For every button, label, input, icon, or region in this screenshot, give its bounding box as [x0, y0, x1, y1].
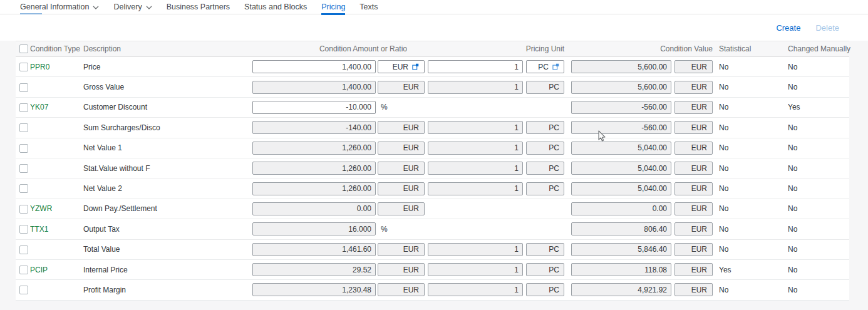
row-checkbox[interactable]	[19, 225, 28, 234]
changed-manually-value: No	[788, 225, 849, 234]
condition-description: Price	[83, 63, 252, 71]
currency-code: EUR	[393, 63, 408, 71]
currency-input: EUR	[378, 182, 425, 195]
tab-business-partners[interactable]: Business Partners	[167, 0, 230, 14]
currency-code: EUR	[403, 245, 419, 254]
currency-input: EUR	[378, 142, 425, 155]
row-checkbox[interactable]	[19, 184, 28, 193]
condition-value-currency: EUR	[674, 121, 713, 134]
condition-value-input: 5,040.00	[571, 162, 671, 175]
table-row: Gross Value1,400.00EUR1PC5,600.00EURNoNo	[16, 77, 849, 97]
row-checkbox[interactable]	[19, 83, 28, 92]
anchor-tab-bar: General InformationDeliveryBusiness Part…	[0, 0, 868, 14]
changed-manually-value: No	[788, 204, 849, 213]
condition-description: Output Tax	[83, 225, 252, 234]
tab-pricing[interactable]: Pricing	[321, 0, 345, 14]
tab-texts[interactable]: Texts	[359, 0, 378, 14]
row-checkbox[interactable]	[19, 266, 28, 274]
create-button[interactable]: Create	[776, 23, 800, 33]
currency-code: EUR	[691, 225, 707, 234]
condition-value-currency: EUR	[674, 162, 713, 175]
tab-delivery[interactable]: Delivery	[113, 0, 152, 14]
condition-description: Sum Surcharges/Disco	[83, 123, 252, 132]
value-help-icon[interactable]	[412, 63, 419, 70]
tab-general-information[interactable]: General Information	[20, 0, 99, 14]
condition-value-input: 5,040.00	[571, 182, 671, 195]
currency-code: EUR	[691, 184, 707, 193]
unit-code: PC	[549, 143, 559, 152]
unit-code: PC	[549, 245, 559, 254]
condition-value-input: 5,040.00	[571, 142, 671, 155]
changed-manually-value: No	[788, 63, 849, 71]
amount-input: 1,230.48	[252, 283, 376, 296]
statistical-value: No	[719, 225, 788, 234]
table-row: Total Value1,461.60EUR1PC5,846.40EURNoNo	[16, 240, 849, 260]
condition-value-currency: EUR	[674, 243, 713, 256]
pricing-section: Condition Type Description Condition Amo…	[0, 41, 868, 310]
pricing-unit-qty-input[interactable]: 1	[428, 60, 523, 73]
unit-code: PC	[549, 184, 559, 193]
changed-manually-value: No	[788, 184, 849, 193]
tab-label: Business Partners	[167, 3, 230, 11]
condition-type-link[interactable]: YK07	[30, 103, 83, 111]
row-checkbox[interactable]	[19, 103, 28, 112]
amount-input[interactable]: -10.000	[252, 101, 376, 114]
delete-button[interactable]: Delete	[815, 23, 839, 33]
row-checkbox[interactable]	[19, 245, 28, 254]
currency-code: EUR	[403, 204, 419, 213]
currency-input[interactable]: EUR	[378, 60, 425, 73]
row-checkbox[interactable]	[19, 205, 28, 214]
condition-value-currency: EUR	[674, 202, 713, 215]
changed-manually-value: Yes	[788, 103, 849, 111]
tab-status-and-blocks[interactable]: Status and Blocks	[244, 0, 307, 14]
condition-value-input: -560.00	[571, 101, 671, 114]
unit-code: PC	[549, 164, 559, 173]
statistical-value: No	[719, 63, 788, 71]
tab-label: General Information	[20, 3, 89, 11]
currency-code: EUR	[691, 63, 707, 71]
currency-code: EUR	[403, 184, 419, 193]
statistical-value: No	[719, 245, 788, 254]
chevron-down-icon[interactable]	[93, 3, 99, 11]
condition-type-link[interactable]: TTX1	[30, 225, 83, 234]
pricing-unit-input: PC	[526, 263, 564, 276]
unit-code: PC	[549, 123, 559, 132]
value-help-icon[interactable]	[552, 63, 559, 70]
percent-sign: %	[378, 103, 388, 111]
select-all-checkbox[interactable]	[19, 44, 28, 53]
amount-input: -140.00	[252, 121, 376, 134]
tab-label: Delivery	[113, 3, 142, 11]
row-checkbox[interactable]	[19, 144, 28, 153]
condition-type-link[interactable]: YZWR	[30, 204, 83, 213]
condition-value-currency: EUR	[674, 283, 713, 296]
col-statistical: Statistical	[719, 44, 788, 53]
condition-description: Net Value 2	[83, 184, 252, 193]
condition-value-currency: EUR	[674, 182, 713, 195]
condition-type-link[interactable]: PPR0	[30, 63, 83, 71]
statistical-value: No	[719, 143, 788, 152]
amount-input[interactable]: 1,400.00	[252, 60, 376, 73]
row-checkbox[interactable]	[19, 164, 28, 173]
currency-input: EUR	[378, 81, 425, 94]
currency-code: EUR	[403, 123, 419, 132]
row-checkbox[interactable]	[19, 63, 28, 71]
condition-value-input: 0.00	[571, 202, 671, 215]
row-checkbox[interactable]	[19, 123, 28, 132]
statistical-value: No	[719, 286, 788, 294]
currency-code: EUR	[403, 266, 419, 274]
pricing-unit-input[interactable]: PC	[526, 60, 564, 73]
col-condition-amount: Condition Amount or Ratio	[252, 44, 428, 53]
condition-value-currency: EUR	[674, 81, 713, 94]
currency-input: EUR	[378, 243, 425, 256]
row-checkbox[interactable]	[19, 286, 28, 294]
condition-value-input: 5,600.00	[571, 81, 671, 94]
condition-type-link[interactable]: PCIP	[30, 266, 83, 274]
changed-manually-value: No	[788, 266, 849, 274]
statistical-value: No	[719, 123, 788, 132]
amount-input: 1,400.00	[252, 81, 376, 94]
chevron-down-icon[interactable]	[146, 3, 152, 11]
statistical-value: No	[719, 103, 788, 111]
condition-value-input: 806.40	[571, 222, 671, 235]
pricing-unit-qty-input: 1	[428, 182, 523, 195]
condition-description: Net Value 1	[83, 143, 252, 152]
